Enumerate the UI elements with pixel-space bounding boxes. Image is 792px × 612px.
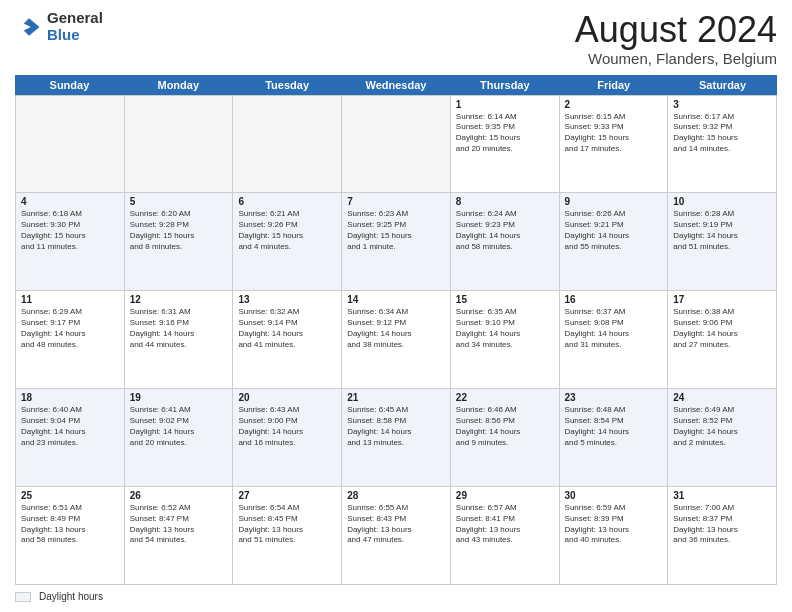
cal-cell: 29Sunrise: 6:57 AM Sunset: 8:41 PM Dayli… xyxy=(451,487,560,584)
header: General Blue August 2024 Woumen, Flander… xyxy=(15,10,777,67)
calendar-header: SundayMondayTuesdayWednesdayThursdayFrid… xyxy=(15,75,777,95)
day-number: 8 xyxy=(456,196,554,207)
cal-header-cell: Saturday xyxy=(668,75,777,95)
cal-cell: 31Sunrise: 7:00 AM Sunset: 8:37 PM Dayli… xyxy=(668,487,777,584)
cal-cell: 24Sunrise: 6:49 AM Sunset: 8:52 PM Dayli… xyxy=(668,389,777,486)
cal-cell: 20Sunrise: 6:43 AM Sunset: 9:00 PM Dayli… xyxy=(233,389,342,486)
day-number: 14 xyxy=(347,294,445,305)
day-number: 22 xyxy=(456,392,554,403)
cal-cell xyxy=(125,96,234,193)
cal-row: 18Sunrise: 6:40 AM Sunset: 9:04 PM Dayli… xyxy=(16,389,777,487)
logo-blue-text: Blue xyxy=(47,27,103,44)
day-number: 4 xyxy=(21,196,119,207)
legend-box xyxy=(15,592,31,602)
footer-legend-label: Daylight hours xyxy=(39,591,103,602)
day-info: Sunrise: 6:31 AM Sunset: 9:16 PM Dayligh… xyxy=(130,307,228,350)
day-number: 7 xyxy=(347,196,445,207)
day-info: Sunrise: 6:49 AM Sunset: 8:52 PM Dayligh… xyxy=(673,405,771,448)
day-number: 9 xyxy=(565,196,663,207)
day-info: Sunrise: 6:45 AM Sunset: 8:58 PM Dayligh… xyxy=(347,405,445,448)
cal-cell xyxy=(16,96,125,193)
day-number: 12 xyxy=(130,294,228,305)
main-title: August 2024 xyxy=(575,10,777,50)
cal-cell: 22Sunrise: 6:46 AM Sunset: 8:56 PM Dayli… xyxy=(451,389,560,486)
cal-cell: 15Sunrise: 6:35 AM Sunset: 9:10 PM Dayli… xyxy=(451,291,560,388)
cal-row: 1Sunrise: 6:14 AM Sunset: 9:35 PM Daylig… xyxy=(16,96,777,194)
day-info: Sunrise: 6:21 AM Sunset: 9:26 PM Dayligh… xyxy=(238,209,336,252)
day-number: 15 xyxy=(456,294,554,305)
day-number: 20 xyxy=(238,392,336,403)
day-number: 11 xyxy=(21,294,119,305)
day-info: Sunrise: 6:55 AM Sunset: 8:43 PM Dayligh… xyxy=(347,503,445,546)
calendar: SundayMondayTuesdayWednesdayThursdayFrid… xyxy=(15,75,777,585)
calendar-body: 1Sunrise: 6:14 AM Sunset: 9:35 PM Daylig… xyxy=(15,95,777,585)
logo-general-text: General xyxy=(47,10,103,27)
logo-icon xyxy=(15,13,43,41)
cal-cell: 3Sunrise: 6:17 AM Sunset: 9:32 PM Daylig… xyxy=(668,96,777,193)
day-info: Sunrise: 6:59 AM Sunset: 8:39 PM Dayligh… xyxy=(565,503,663,546)
day-info: Sunrise: 6:43 AM Sunset: 9:00 PM Dayligh… xyxy=(238,405,336,448)
day-info: Sunrise: 6:46 AM Sunset: 8:56 PM Dayligh… xyxy=(456,405,554,448)
day-info: Sunrise: 6:28 AM Sunset: 9:19 PM Dayligh… xyxy=(673,209,771,252)
cal-row: 11Sunrise: 6:29 AM Sunset: 9:17 PM Dayli… xyxy=(16,291,777,389)
cal-cell: 25Sunrise: 6:51 AM Sunset: 8:49 PM Dayli… xyxy=(16,487,125,584)
cal-header-cell: Friday xyxy=(559,75,668,95)
day-number: 10 xyxy=(673,196,771,207)
cal-cell: 26Sunrise: 6:52 AM Sunset: 8:47 PM Dayli… xyxy=(125,487,234,584)
cal-cell: 19Sunrise: 6:41 AM Sunset: 9:02 PM Dayli… xyxy=(125,389,234,486)
day-info: Sunrise: 6:37 AM Sunset: 9:08 PM Dayligh… xyxy=(565,307,663,350)
cal-header-cell: Wednesday xyxy=(342,75,451,95)
cal-cell: 8Sunrise: 6:24 AM Sunset: 9:23 PM Daylig… xyxy=(451,193,560,290)
cal-cell: 11Sunrise: 6:29 AM Sunset: 9:17 PM Dayli… xyxy=(16,291,125,388)
day-number: 29 xyxy=(456,490,554,501)
cal-cell: 28Sunrise: 6:55 AM Sunset: 8:43 PM Dayli… xyxy=(342,487,451,584)
day-number: 1 xyxy=(456,99,554,110)
footer: Daylight hours xyxy=(15,591,777,602)
day-number: 17 xyxy=(673,294,771,305)
day-info: Sunrise: 6:52 AM Sunset: 8:47 PM Dayligh… xyxy=(130,503,228,546)
day-info: Sunrise: 6:57 AM Sunset: 8:41 PM Dayligh… xyxy=(456,503,554,546)
subtitle: Woumen, Flanders, Belgium xyxy=(575,50,777,67)
day-number: 13 xyxy=(238,294,336,305)
day-number: 23 xyxy=(565,392,663,403)
day-number: 5 xyxy=(130,196,228,207)
cal-cell: 6Sunrise: 6:21 AM Sunset: 9:26 PM Daylig… xyxy=(233,193,342,290)
day-info: Sunrise: 6:41 AM Sunset: 9:02 PM Dayligh… xyxy=(130,405,228,448)
logo: General Blue xyxy=(15,10,103,43)
day-number: 28 xyxy=(347,490,445,501)
cal-cell: 9Sunrise: 6:26 AM Sunset: 9:21 PM Daylig… xyxy=(560,193,669,290)
title-block: August 2024 Woumen, Flanders, Belgium xyxy=(575,10,777,67)
cal-cell: 27Sunrise: 6:54 AM Sunset: 8:45 PM Dayli… xyxy=(233,487,342,584)
day-number: 18 xyxy=(21,392,119,403)
cal-cell xyxy=(342,96,451,193)
cal-cell: 10Sunrise: 6:28 AM Sunset: 9:19 PM Dayli… xyxy=(668,193,777,290)
day-info: Sunrise: 6:32 AM Sunset: 9:14 PM Dayligh… xyxy=(238,307,336,350)
cal-header-cell: Sunday xyxy=(15,75,124,95)
cal-cell: 18Sunrise: 6:40 AM Sunset: 9:04 PM Dayli… xyxy=(16,389,125,486)
day-info: Sunrise: 7:00 AM Sunset: 8:37 PM Dayligh… xyxy=(673,503,771,546)
cal-cell: 13Sunrise: 6:32 AM Sunset: 9:14 PM Dayli… xyxy=(233,291,342,388)
day-info: Sunrise: 6:48 AM Sunset: 8:54 PM Dayligh… xyxy=(565,405,663,448)
cal-row: 4Sunrise: 6:18 AM Sunset: 9:30 PM Daylig… xyxy=(16,193,777,291)
day-info: Sunrise: 6:34 AM Sunset: 9:12 PM Dayligh… xyxy=(347,307,445,350)
cal-cell: 16Sunrise: 6:37 AM Sunset: 9:08 PM Dayli… xyxy=(560,291,669,388)
logo-text: General Blue xyxy=(47,10,103,43)
day-number: 19 xyxy=(130,392,228,403)
day-info: Sunrise: 6:54 AM Sunset: 8:45 PM Dayligh… xyxy=(238,503,336,546)
day-info: Sunrise: 6:18 AM Sunset: 9:30 PM Dayligh… xyxy=(21,209,119,252)
cal-cell: 23Sunrise: 6:48 AM Sunset: 8:54 PM Dayli… xyxy=(560,389,669,486)
day-info: Sunrise: 6:23 AM Sunset: 9:25 PM Dayligh… xyxy=(347,209,445,252)
page: General Blue August 2024 Woumen, Flander… xyxy=(0,0,792,612)
cal-header-cell: Tuesday xyxy=(233,75,342,95)
day-info: Sunrise: 6:51 AM Sunset: 8:49 PM Dayligh… xyxy=(21,503,119,546)
cal-cell: 2Sunrise: 6:15 AM Sunset: 9:33 PM Daylig… xyxy=(560,96,669,193)
day-info: Sunrise: 6:38 AM Sunset: 9:06 PM Dayligh… xyxy=(673,307,771,350)
day-number: 24 xyxy=(673,392,771,403)
cal-row: 25Sunrise: 6:51 AM Sunset: 8:49 PM Dayli… xyxy=(16,487,777,585)
day-number: 27 xyxy=(238,490,336,501)
cal-cell: 17Sunrise: 6:38 AM Sunset: 9:06 PM Dayli… xyxy=(668,291,777,388)
cal-cell: 1Sunrise: 6:14 AM Sunset: 9:35 PM Daylig… xyxy=(451,96,560,193)
day-number: 25 xyxy=(21,490,119,501)
day-info: Sunrise: 6:24 AM Sunset: 9:23 PM Dayligh… xyxy=(456,209,554,252)
day-number: 30 xyxy=(565,490,663,501)
